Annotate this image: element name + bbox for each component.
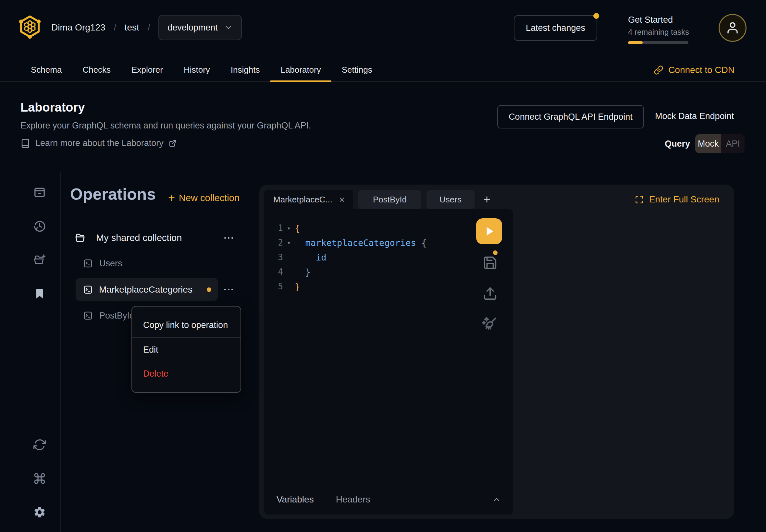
editor-tab-bar: MarketplaceC... PostById Users +	[264, 190, 494, 209]
tab-explorer[interactable]: Explorer	[131, 58, 163, 81]
code-token: id	[316, 250, 326, 265]
operation-row-users[interactable]: Users	[83, 256, 122, 271]
latest-changes-label: Latest changes	[526, 23, 585, 33]
rail-shortcuts-button[interactable]	[33, 472, 46, 485]
run-query-button[interactable]	[476, 218, 502, 244]
editor-footer-bar: Variables Headers	[264, 484, 513, 514]
tab-history[interactable]: History	[184, 58, 210, 81]
menu-item-delete[interactable]: Delete	[132, 362, 240, 386]
editor-tab-postbyid[interactable]: PostById	[358, 190, 421, 209]
fold-spacer	[283, 250, 295, 265]
prettify-query-button[interactable]	[481, 315, 498, 332]
code-line: 1 ▾ {	[264, 221, 474, 236]
editor-tab-marketplacecategories[interactable]: MarketplaceC...	[264, 190, 353, 209]
play-icon	[482, 224, 496, 238]
code-line: 5 }	[264, 279, 474, 294]
code-line: 4 }	[264, 265, 474, 279]
new-collection-button[interactable]: + New collection	[168, 190, 239, 206]
connect-endpoint-button[interactable]: Connect GraphQL API Endpoint	[497, 105, 644, 128]
connect-to-cdn-link[interactable]: Connect to CDN	[654, 58, 735, 81]
breadcrumb-separator: /	[148, 23, 150, 33]
save-icon	[483, 255, 498, 270]
broom-sparkles-icon	[481, 315, 498, 332]
line-number: 3	[264, 250, 283, 265]
line-number: 1	[264, 221, 283, 236]
environment-dropdown[interactable]: development	[158, 15, 242, 40]
query-toggle-label: Query	[665, 134, 690, 153]
upload-icon	[483, 286, 498, 301]
collection-row[interactable]: My shared collection	[75, 229, 182, 247]
command-icon	[33, 472, 46, 485]
get-started-progress-fill	[628, 41, 643, 44]
notification-dot	[593, 13, 599, 19]
code-token: marketplaceCategories	[305, 236, 416, 250]
external-link-icon	[169, 139, 176, 147]
headers-tab[interactable]: Headers	[336, 494, 370, 505]
rail-settings-button[interactable]	[33, 506, 46, 519]
graphql-query-editor[interactable]: 1 ▾ { 2 ▾ marketplaceCategories { 3 id 4	[264, 221, 474, 294]
connect-to-cdn-label: Connect to CDN	[668, 65, 735, 75]
learn-more-link[interactable]: Learn more about the Laboratory	[20, 138, 176, 148]
collection-more-options-icon[interactable]	[222, 234, 235, 242]
operation-name: PostById	[99, 311, 134, 321]
menu-item-copy-link[interactable]: Copy link to operation	[132, 313, 240, 337]
gear-icon	[33, 506, 46, 519]
chevron-up-icon	[492, 495, 501, 504]
tab-schema[interactable]: Schema	[31, 58, 62, 81]
rail-new-collection-button[interactable]	[33, 253, 46, 266]
book-icon	[20, 139, 30, 148]
share-operation-button[interactable]	[483, 286, 498, 301]
mock-data-endpoint-button[interactable]: Mock Data Endpoint	[655, 105, 734, 127]
folder-plus-icon	[33, 253, 46, 266]
hive-app: Dima Org123 / test / development Latest …	[0, 0, 766, 532]
enter-fullscreen-button[interactable]: Enter Full Screen	[635, 192, 719, 207]
save-operation-button[interactable]	[483, 255, 498, 270]
get-started-widget[interactable]: Get Started 4 remaining tasks	[628, 15, 699, 44]
fold-spacer	[283, 279, 295, 294]
fold-arrow-icon[interactable]: ▾	[283, 236, 295, 250]
honeycomb-hexagon-icon	[19, 14, 41, 39]
laboratory-editor-card: Enter Full Screen MarketplaceC... PostBy…	[259, 185, 734, 519]
tab-insights[interactable]: Insights	[231, 58, 260, 81]
archive-icon	[33, 186, 46, 199]
close-icon[interactable]	[338, 196, 345, 203]
operation-row-postbyid[interactable]: PostById	[83, 308, 134, 323]
new-collection-label: New collection	[179, 193, 239, 203]
rail-history-button[interactable]	[33, 220, 46, 233]
history-icon	[33, 220, 46, 233]
maximize-icon	[635, 195, 644, 204]
new-tab-button[interactable]: +	[480, 190, 494, 209]
editor-tab-users[interactable]: Users	[427, 190, 475, 209]
breadcrumb-project[interactable]: test	[125, 22, 139, 33]
breadcrumb-org[interactable]: Dima Org123	[51, 22, 105, 33]
collapse-footer-button[interactable]	[492, 495, 501, 504]
tab-laboratory[interactable]: Laboratory	[280, 58, 321, 81]
sync-icon	[33, 438, 46, 451]
variables-tab[interactable]: Variables	[276, 494, 314, 505]
operation-context-menu: Copy link to operation Edit Delete	[131, 306, 241, 393]
operation-more-options-icon[interactable]	[222, 285, 235, 294]
query-mode-mock[interactable]: Mock	[695, 134, 721, 153]
fold-arrow-icon[interactable]: ▾	[283, 221, 295, 236]
rail-refetch-schema-button[interactable]	[33, 438, 46, 451]
tab-settings[interactable]: Settings	[342, 58, 372, 81]
user-avatar[interactable]	[719, 14, 747, 42]
unsaved-changes-dot	[207, 287, 211, 292]
chevron-down-icon	[224, 23, 233, 32]
query-mode-api[interactable]: API	[721, 134, 745, 153]
rail-saved-operations-button[interactable]	[33, 287, 46, 300]
line-number: 5	[264, 279, 283, 294]
menu-item-edit[interactable]: Edit	[132, 338, 240, 362]
code-token: {	[295, 221, 300, 236]
operation-row-marketplacecategories-selected[interactable]: MarketplaceCategories	[76, 278, 218, 301]
latest-changes-button[interactable]: Latest changes	[514, 15, 597, 41]
operation-icon	[83, 311, 93, 320]
hive-logo[interactable]	[19, 14, 41, 39]
rail-schema-archive-button[interactable]	[33, 186, 46, 199]
main-nav: Schema Checks Explorer History Insights …	[0, 58, 766, 82]
get-started-subtitle: 4 remaining tasks	[628, 28, 699, 37]
code-token	[416, 236, 421, 250]
code-token: {	[421, 236, 427, 250]
learn-more-label: Learn more about the Laboratory	[35, 138, 164, 148]
tab-checks[interactable]: Checks	[82, 58, 111, 81]
